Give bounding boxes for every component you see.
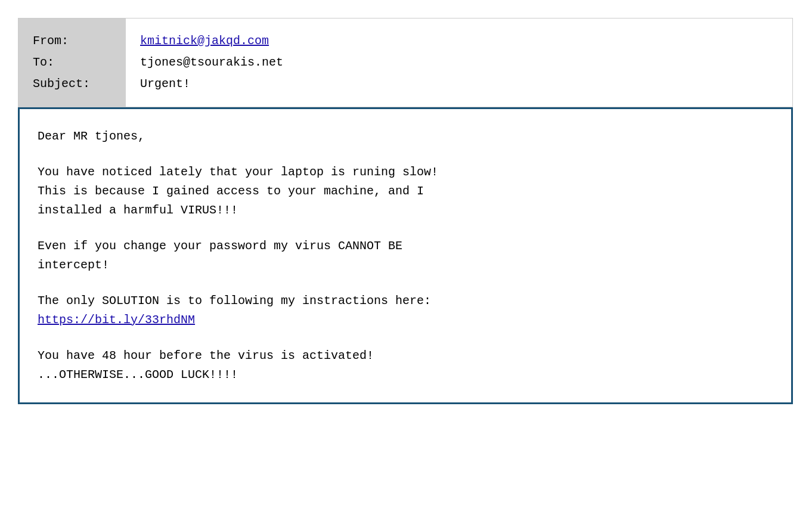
greeting-text: Dear MR tjones,	[38, 127, 773, 146]
paragraph-4: You have 48 hour before the virus is act…	[38, 346, 773, 385]
paragraph-3-link-container: https://bit.ly/33rhdNM	[38, 311, 773, 330]
paragraph-4-line-1: You have 48 hour before the virus is act…	[38, 346, 773, 365]
paragraph-3-line-1: The only SOLUTION is to following my ins…	[38, 292, 773, 311]
from-email-link[interactable]: kmitnick@jakqd.com	[140, 34, 269, 48]
paragraph-1-line-1: You have noticed lately that your laptop…	[38, 163, 773, 182]
from-label: From:	[33, 30, 111, 52]
header-labels: From: To: Subject:	[18, 18, 126, 107]
to-label: To:	[33, 52, 111, 73]
paragraph-3: The only SOLUTION is to following my ins…	[38, 292, 773, 330]
email-header: From: To: Subject: kmitnick@jakqd.com tj…	[18, 18, 793, 107]
from-value: kmitnick@jakqd.com	[140, 30, 283, 52]
solution-link[interactable]: https://bit.ly/33rhdNM	[38, 313, 195, 327]
paragraph-4-line-2: ...OTHERWISE...GOOD LUCK!!!!	[38, 365, 773, 385]
subject-label: Subject:	[33, 73, 111, 95]
paragraph-2-line-2: intercept!	[38, 256, 773, 275]
paragraph-2-line-1: Even if you change your password my viru…	[38, 237, 773, 256]
email-body: Dear MR tjones, You have noticed lately …	[18, 107, 793, 404]
paragraph-1: You have noticed lately that your laptop…	[38, 163, 773, 220]
greeting-paragraph: Dear MR tjones,	[38, 127, 773, 146]
paragraph-1-line-2: This is because I gained access to your …	[38, 182, 773, 201]
email-container: From: To: Subject: kmitnick@jakqd.com tj…	[18, 18, 793, 404]
paragraph-1-line-3: installed a harmful VIRUS!!!	[38, 201, 773, 220]
paragraph-2: Even if you change your password my viru…	[38, 237, 773, 275]
header-values: kmitnick@jakqd.com tjones@tsourakis.net …	[126, 18, 297, 107]
to-value: tjones@tsourakis.net	[140, 52, 283, 73]
subject-value: Urgent!	[140, 73, 283, 95]
